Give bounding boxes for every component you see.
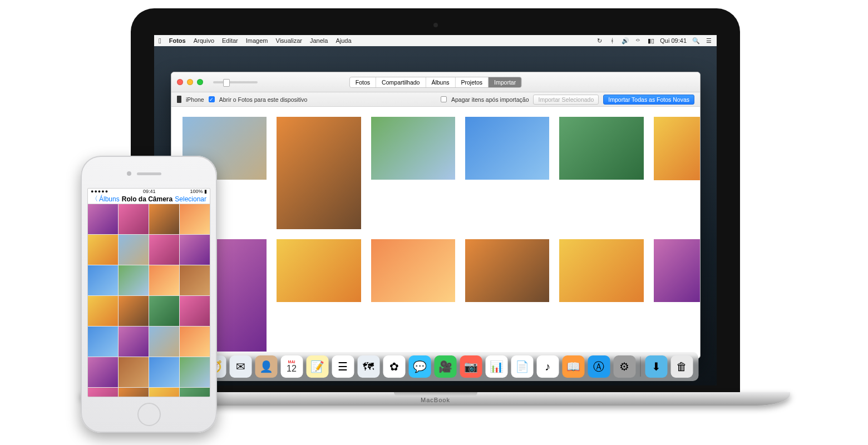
macbook-device:  Fotos Arquivo Editar Imagem Visualizar… bbox=[131, 8, 740, 431]
open-for-device-checkbox[interactable]: ✓ bbox=[209, 96, 215, 102]
dock-maps-icon[interactable]: 🗺 bbox=[357, 355, 379, 378]
home-button[interactable] bbox=[137, 403, 161, 426]
dock-photobooth-icon[interactable]: 📷 bbox=[460, 355, 482, 378]
photo-thumbnail[interactable] bbox=[559, 117, 643, 180]
apple-menu-icon[interactable]:  bbox=[159, 37, 161, 44]
tab-albuns[interactable]: Álbuns bbox=[426, 77, 455, 87]
menubar-app-name[interactable]: Fotos bbox=[169, 37, 186, 44]
dock-ibooks-icon[interactable]: 📖 bbox=[562, 355, 584, 378]
photo-thumbnail[interactable] bbox=[149, 296, 179, 326]
tab-compartilhado[interactable]: Compartilhado bbox=[376, 77, 426, 87]
menubar-item[interactable]: Editar bbox=[222, 37, 238, 44]
photo-thumbnail[interactable] bbox=[149, 357, 179, 387]
photo-thumbnail[interactable] bbox=[149, 265, 179, 295]
menubar-item[interactable]: Janela bbox=[310, 37, 328, 44]
dock-reminders-icon[interactable]: ☰ bbox=[332, 355, 354, 378]
photo-thumbnail[interactable] bbox=[88, 296, 118, 326]
dock-pages-icon[interactable]: 📄 bbox=[511, 355, 533, 378]
import-selected-button[interactable]: Importar Selecionado bbox=[533, 95, 599, 105]
macbook-screen:  Fotos Arquivo Editar Imagem Visualizar… bbox=[154, 35, 717, 385]
close-button[interactable] bbox=[177, 79, 183, 85]
photo-thumbnail[interactable] bbox=[119, 296, 149, 326]
photos-app-window: Fotos Compartilhado Álbuns Projetos Impo… bbox=[171, 72, 701, 359]
dock-notes-icon[interactable]: 📝 bbox=[306, 355, 328, 378]
dock-mail-icon[interactable]: ✉ bbox=[229, 355, 251, 378]
photo-thumbnail[interactable] bbox=[119, 327, 149, 357]
dock-preferences-icon[interactable]: ⚙ bbox=[613, 355, 635, 378]
photo-thumbnail[interactable] bbox=[149, 388, 179, 397]
photo-thumbnail[interactable] bbox=[371, 117, 455, 180]
fullscreen-button[interactable] bbox=[197, 79, 203, 85]
photo-thumbnail[interactable] bbox=[119, 235, 149, 265]
photo-thumbnail[interactable] bbox=[180, 327, 210, 357]
menubar-item[interactable]: Imagem bbox=[246, 37, 268, 44]
dock-photos-icon[interactable]: ✿ bbox=[383, 355, 405, 378]
battery-icon[interactable]: ▮▯ bbox=[647, 37, 654, 44]
photo-thumbnail[interactable] bbox=[88, 265, 118, 295]
photo-thumbnail[interactable] bbox=[465, 239, 549, 302]
photo-thumbnail[interactable] bbox=[180, 296, 210, 326]
photo-thumbnail[interactable] bbox=[654, 239, 700, 303]
tab-fotos[interactable]: Fotos bbox=[350, 77, 376, 87]
thumbnail-zoom-slider[interactable] bbox=[213, 81, 258, 83]
photo-thumbnail[interactable] bbox=[149, 235, 179, 265]
notification-center-icon[interactable]: ☰ bbox=[705, 37, 712, 44]
dock-calendar-icon[interactable]: MAI12 bbox=[280, 355, 303, 378]
camera-roll-grid bbox=[88, 204, 210, 397]
photo-thumbnail[interactable] bbox=[119, 265, 149, 295]
photo-thumbnail[interactable] bbox=[88, 357, 118, 387]
dock-appstore-icon[interactable]: Ⓐ bbox=[588, 355, 610, 378]
photo-thumbnail[interactable] bbox=[119, 388, 149, 397]
menubar-clock[interactable]: Qui 09:41 bbox=[660, 37, 687, 44]
photo-thumbnail[interactable] bbox=[277, 117, 361, 229]
dock-itunes-icon[interactable]: ♪ bbox=[536, 355, 559, 378]
volume-icon[interactable]: 🔊 bbox=[622, 37, 629, 44]
photo-thumbnail[interactable] bbox=[119, 357, 149, 387]
bluetooth-icon[interactable]: ᚼ bbox=[609, 37, 616, 44]
dock-facetime-icon[interactable]: 🎥 bbox=[434, 355, 456, 378]
photo-thumbnail[interactable] bbox=[180, 388, 210, 397]
spotlight-icon[interactable]: 🔍 bbox=[692, 37, 699, 44]
timemachine-icon[interactable]: ↻ bbox=[596, 37, 603, 44]
photo-thumbnail[interactable] bbox=[88, 204, 118, 234]
photo-thumbnail[interactable] bbox=[559, 239, 643, 302]
dock-downloads-icon[interactable]: ⬇ bbox=[645, 355, 667, 378]
photo-thumbnail[interactable] bbox=[180, 204, 210, 234]
menubar-item[interactable]: Visualizar bbox=[276, 37, 303, 44]
photo-thumbnail[interactable] bbox=[149, 327, 179, 357]
dock-numbers-icon[interactable]: 📊 bbox=[485, 355, 507, 378]
photo-thumbnail[interactable] bbox=[180, 235, 210, 265]
ios-battery-label: 100% bbox=[190, 189, 203, 194]
photo-thumbnail[interactable] bbox=[149, 204, 179, 234]
photo-thumbnail[interactable] bbox=[371, 239, 455, 302]
ios-status-bar: ●●●●● 09:41 100% ▮ bbox=[88, 189, 210, 194]
photo-thumbnail[interactable] bbox=[654, 117, 700, 180]
dock-trash-icon[interactable]: 🗑 bbox=[670, 355, 693, 378]
photo-thumbnail[interactable] bbox=[88, 235, 118, 265]
back-button[interactable]: 〈 Álbuns bbox=[91, 194, 120, 204]
device-icon bbox=[177, 96, 181, 103]
ios-battery: 100% ▮ bbox=[190, 189, 207, 194]
photo-thumbnail[interactable] bbox=[277, 239, 361, 302]
minimize-button[interactable] bbox=[187, 79, 193, 85]
import-all-button[interactable]: Importar Todas as Fotos Novas bbox=[603, 95, 694, 105]
photo-thumbnail[interactable] bbox=[88, 327, 118, 357]
tab-importar[interactable]: Importar bbox=[489, 77, 521, 87]
delete-after-import-checkbox[interactable] bbox=[441, 96, 447, 102]
photo-thumbnail[interactable] bbox=[180, 265, 210, 295]
menubar-item[interactable]: Arquivo bbox=[194, 37, 214, 44]
photo-thumbnail[interactable] bbox=[465, 117, 549, 180]
macbook-label: MacBook bbox=[421, 397, 450, 403]
photo-thumbnail[interactable] bbox=[88, 388, 118, 397]
dock-messages-icon[interactable]: 💬 bbox=[408, 355, 431, 378]
window-toolbar: Fotos Compartilhado Álbuns Projetos Impo… bbox=[171, 72, 700, 92]
select-button[interactable]: Selecionar bbox=[175, 195, 206, 203]
view-tabs: Fotos Compartilhado Álbuns Projetos Impo… bbox=[349, 77, 522, 88]
dock-contacts-icon[interactable]: 👤 bbox=[255, 355, 277, 378]
wifi-icon[interactable]: ⌔ bbox=[634, 37, 642, 44]
menubar-item[interactable]: Ajuda bbox=[336, 37, 351, 44]
photo-thumbnail[interactable] bbox=[180, 357, 210, 387]
mac-menubar:  Fotos Arquivo Editar Imagem Visualizar… bbox=[154, 35, 717, 46]
photo-thumbnail[interactable] bbox=[119, 204, 149, 234]
tab-projetos[interactable]: Projetos bbox=[456, 77, 489, 87]
